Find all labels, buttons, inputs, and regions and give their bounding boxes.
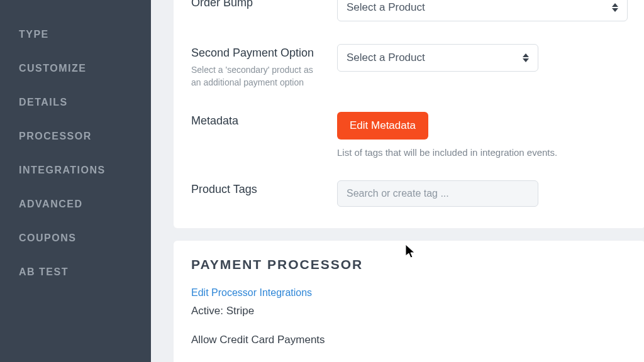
sidebar-item-type[interactable]: TYPE xyxy=(0,18,151,52)
metadata-label: Metadata xyxy=(191,114,337,128)
sidebar-item-coupons[interactable]: COUPONS xyxy=(0,221,151,255)
sort-icon xyxy=(523,53,529,62)
product-tags-input[interactable] xyxy=(337,180,538,207)
sidebar-item-customize[interactable]: CUSTOMIZE xyxy=(0,52,151,85)
row-product-tags: Product Tags xyxy=(191,169,628,211)
edit-metadata-button[interactable]: Edit Metadata xyxy=(337,112,428,140)
second-payment-help: Select a 'secondary' product as an addit… xyxy=(191,63,323,89)
second-payment-select[interactable]: Select a Product xyxy=(337,44,538,72)
second-payment-select-value: Select a Product xyxy=(347,52,425,64)
allow-cc-label: Allow Credit Card Payments xyxy=(191,334,628,346)
order-bump-select[interactable]: Select a Product xyxy=(337,0,628,21)
row-order-bump: Order Bump Select a Product xyxy=(191,0,628,33)
order-bump-label: Order Bump xyxy=(191,0,337,9)
row-metadata: Metadata Edit Metadata List of tags that… xyxy=(191,101,628,169)
edit-processor-integrations-link[interactable]: Edit Processor Integrations xyxy=(191,287,312,299)
sidebar-item-ab-test[interactable]: AB TEST xyxy=(0,255,151,289)
payment-processor-title: PAYMENT PROCESSOR xyxy=(191,241,628,281)
sidebar-item-advanced[interactable]: ADVANCED xyxy=(0,187,151,221)
sort-icon xyxy=(612,3,618,12)
second-payment-label: Second Payment Option xyxy=(191,47,337,60)
product-settings-card: Order Bump Select a Product Second Pay xyxy=(174,0,644,228)
sidebar: TYPE CUSTOMIZE DETAILS PROCESSOR INTEGRA… xyxy=(0,0,151,362)
order-bump-select-value: Select a Product xyxy=(347,1,425,14)
row-second-payment: Second Payment Option Select a 'secondar… xyxy=(191,33,628,101)
sidebar-item-integrations[interactable]: INTEGRATIONS xyxy=(0,153,151,187)
payment-processor-card: PAYMENT PROCESSOR Edit Processor Integra… xyxy=(174,241,644,362)
sidebar-item-processor[interactable]: PROCESSOR xyxy=(0,119,151,153)
metadata-desc: List of tags that will be included in in… xyxy=(337,147,628,158)
active-processor: Active: Stripe xyxy=(191,305,628,317)
main-content: Order Bump Select a Product Second Pay xyxy=(151,0,644,362)
product-tags-label: Product Tags xyxy=(191,183,337,196)
sidebar-item-details[interactable]: DETAILS xyxy=(0,85,151,119)
